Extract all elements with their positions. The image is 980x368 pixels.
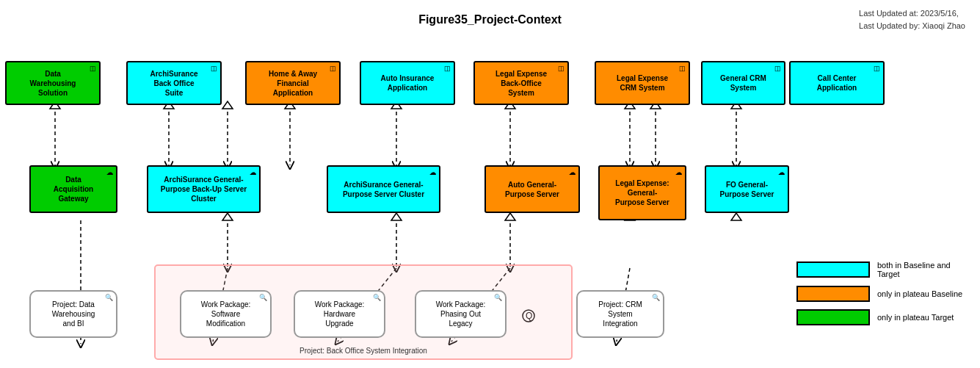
project-data-warehousing[interactable]: Project: DataWarehousingand BI 🔍: [29, 290, 117, 338]
server-icon: ☁: [429, 169, 436, 178]
app-call-center[interactable]: Call CenterApplication ◫: [789, 61, 885, 105]
app-icon: ◫: [874, 65, 880, 73]
app-data-warehousing[interactable]: DataWarehousingSolution ◫: [5, 61, 101, 105]
legend-label-target: only in plateau Target: [877, 313, 954, 322]
server-icon: ☁: [675, 169, 682, 178]
server-icon: ☁: [106, 169, 113, 178]
legend-color-baseline: [796, 286, 870, 302]
app-label: Auto InsuranceApplication: [381, 73, 435, 93]
work-icon: 🔍: [494, 294, 502, 303]
project-icon: 🔍: [652, 294, 660, 303]
server-legal-expense-general[interactable]: Legal Expense:General-Purpose Server ☁: [598, 165, 686, 220]
work-label: Work Package:SoftwareModification: [201, 300, 251, 328]
work-package-phasing[interactable]: Work Package:Phasing OutLegacy 🔍: [415, 290, 507, 338]
app-label: Legal ExpenseCRM System: [617, 73, 668, 93]
project-label: Project: CRMSystemIntegration: [598, 300, 642, 328]
server-label: ArchiSurance General-Purpose Server Clus…: [343, 180, 424, 199]
app-general-crm[interactable]: General CRMSystem ◫: [701, 61, 785, 105]
server-icon: ☁: [778, 169, 785, 178]
work-label: Work Package:HardwareUpgrade: [315, 300, 365, 328]
app-label: General CRMSystem: [720, 73, 766, 93]
svg-marker-31: [222, 213, 233, 220]
project-crm-integration[interactable]: Project: CRMSystemIntegration 🔍: [576, 290, 664, 338]
last-updated-by: Last Updated by: Xiaoqi Zhao: [859, 20, 965, 32]
work-icon: 🔍: [373, 294, 381, 303]
server-fo-general[interactable]: FO General-Purpose Server ☁: [705, 165, 789, 213]
app-label: Call CenterApplication: [817, 73, 857, 93]
legend-label-both: both in Baseline and Target: [877, 261, 973, 278]
svg-marker-35: [731, 213, 741, 220]
app-label: ArchiSuranceBack OfficeSuite: [150, 69, 197, 98]
server-auto-general[interactable]: Auto General-Purpose Server ☁: [484, 165, 580, 213]
app-legal-expense-back-office[interactable]: Legal ExpenseBack-OfficeSystem ◫: [473, 61, 569, 105]
legend: both in Baseline and Target only in plat…: [796, 261, 973, 333]
svg-marker-23: [222, 101, 233, 109]
project-area-label: Project: Back Office System Integration: [300, 347, 427, 355]
work-package-hardware[interactable]: Work Package:HardwareUpgrade 🔍: [294, 290, 385, 338]
server-label: DataAcquisitionGateway: [54, 175, 93, 203]
legend-label-baseline: only in plateau Baseline: [877, 289, 962, 298]
project-label: Project: DataWarehousingand BI: [52, 300, 95, 328]
server-label: FO General-Purpose Server: [720, 180, 774, 199]
legend-color-both: [796, 261, 870, 278]
project-icon: 🔍: [105, 294, 113, 303]
app-label: Home & AwayFinancialApplication: [269, 69, 317, 98]
server-archisurance-cluster[interactable]: ArchiSurance General-Purpose Server Clus…: [327, 165, 440, 213]
server-archisurance-backup[interactable]: ArchiSurance General-Purpose Back-Up Ser…: [147, 165, 261, 213]
app-auto-insurance[interactable]: Auto InsuranceApplication ◫: [360, 61, 455, 105]
legend-item-baseline: only in plateau Baseline: [796, 286, 973, 302]
server-label: Legal Expense:General-Purpose Server: [615, 178, 669, 207]
app-icon: ◫: [679, 65, 686, 73]
app-home-away[interactable]: Home & AwayFinancialApplication ◫: [245, 61, 341, 105]
work-package-software[interactable]: Work Package:SoftwareModification 🔍: [180, 290, 272, 338]
server-label: ArchiSurance General-Purpose Back-Up Ser…: [161, 175, 247, 203]
diagram-area: Q DataWarehousingS: [0, 51, 800, 367]
app-icon: ◫: [558, 65, 565, 73]
server-icon: ☁: [250, 169, 256, 178]
legend-item-both: both in Baseline and Target: [796, 261, 973, 278]
legend-item-target: only in plateau Target: [796, 309, 973, 325]
svg-marker-32: [391, 213, 402, 220]
server-label: Auto General-Purpose Server: [505, 180, 559, 199]
last-updated-at: Last Updated at: 2023/5/16,: [859, 7, 965, 20]
work-label: Work Package:Phasing OutLegacy: [436, 300, 486, 328]
app-label: Legal ExpenseBack-OfficeSystem: [496, 69, 547, 98]
meta-info: Last Updated at: 2023/5/16, Last Updated…: [859, 7, 965, 32]
legend-color-target: [796, 309, 870, 325]
server-data-acquisition[interactable]: DataAcquisitionGateway ☁: [29, 165, 117, 213]
app-icon: ◫: [211, 65, 217, 73]
svg-marker-33: [505, 213, 515, 220]
app-archisurance-back-office[interactable]: ArchiSuranceBack OfficeSuite ◫: [126, 61, 222, 105]
app-legal-expense-crm[interactable]: Legal ExpenseCRM System ◫: [595, 61, 690, 105]
app-label: DataWarehousingSolution: [30, 69, 76, 98]
app-icon: ◫: [330, 65, 336, 73]
server-icon: ☁: [569, 169, 576, 178]
page-title: Figure35_Project-Context: [0, 6, 980, 29]
work-icon: 🔍: [259, 294, 267, 303]
app-icon: ◫: [90, 65, 96, 73]
app-icon: ◫: [774, 65, 781, 73]
app-icon: ◫: [444, 65, 451, 73]
